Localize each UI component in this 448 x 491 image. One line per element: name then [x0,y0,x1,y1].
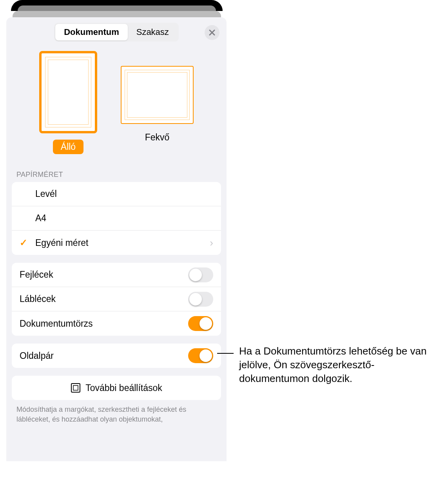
tab-segmented-control: Dokumentum Szakasz [54,23,179,42]
paper-size-label: Levél [35,189,213,199]
svg-rect-1 [73,386,78,390]
orientation-landscape-label: Fekvő [137,130,178,145]
orientation-portrait[interactable]: Álló [39,51,97,154]
paper-size-a4[interactable]: A4 [12,206,221,231]
headers-toggle[interactable] [188,267,213,282]
facing-pages-group: Oldalpár [12,344,221,368]
footers-label: Láblécek [20,294,188,304]
checkmark-icon: ✓ [20,237,35,248]
footers-toggle[interactable] [188,292,213,307]
close-icon [209,29,215,36]
landscape-thumb-icon [121,66,194,124]
headers-row: Fejlécek [12,263,221,287]
paper-size-group: Levél A4 ✓ Egyéni méret › [12,182,221,255]
tab-section[interactable]: Szakasz [128,24,178,40]
callout-leader-line [217,353,234,354]
paper-size-custom[interactable]: ✓ Egyéni méret › [12,231,221,255]
paper-size-header: Papírméret [6,164,227,182]
panel-header: Dokumentum Szakasz [6,17,227,47]
more-settings-label: További beállítások [85,383,162,393]
paper-size-letter[interactable]: Levél [12,182,221,206]
footer-note: Módosíthatja a margókat, szerkesztheti a… [6,405,227,424]
orientation-selector: Álló Fekvő [6,47,227,164]
document-body-label: Dokumentumtörzs [20,318,188,329]
more-settings-button[interactable]: További beállítások [12,376,221,400]
chevron-right-icon: › [210,237,213,249]
document-body-row: Dokumentumtörzs [12,311,221,336]
header-footer-group: Fejlécek Láblécek Dokumentumtörzs [12,263,221,336]
orientation-portrait-label: Álló [53,140,83,154]
facing-pages-row: Oldalpár [12,344,221,368]
headers-label: Fejlécek [20,269,188,280]
tab-document[interactable]: Dokumentum [55,24,128,40]
orientation-landscape[interactable]: Fekvő [121,51,194,154]
margins-icon [71,383,81,393]
document-settings-panel: Dokumentum Szakasz Álló Fekvő Papírméret… [6,17,227,461]
facing-pages-label: Oldalpár [20,351,188,361]
document-body-toggle[interactable] [188,316,213,331]
close-button[interactable] [205,25,219,40]
paper-size-label: A4 [35,213,213,224]
callout-text: Ha a Dokumentumtörzs lehetőség be van je… [239,344,439,386]
svg-rect-0 [71,384,80,392]
facing-pages-toggle[interactable] [188,348,213,363]
portrait-thumb-icon [39,51,97,133]
footers-row: Láblécek [12,287,221,311]
paper-size-label: Egyéni méret [35,238,210,248]
